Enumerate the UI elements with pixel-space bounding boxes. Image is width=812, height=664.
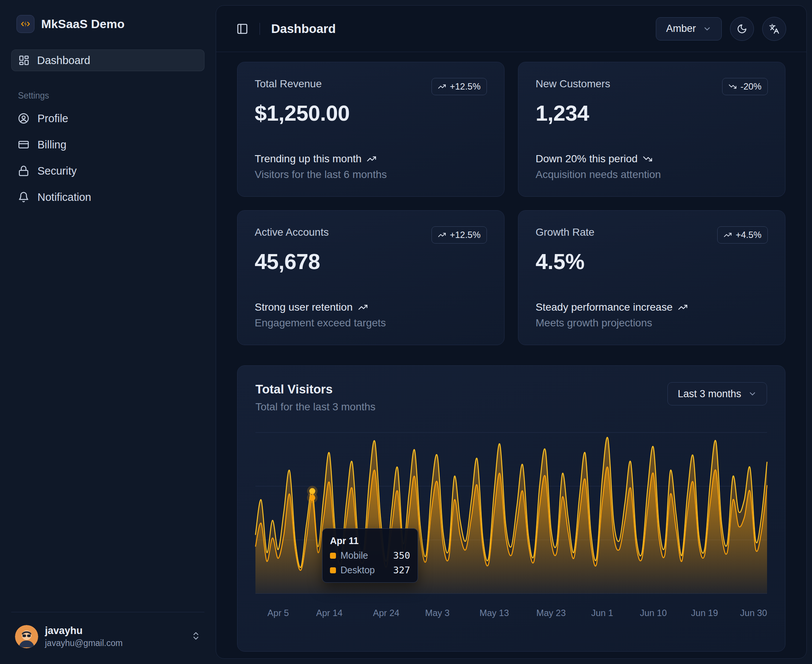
page-title: Dashboard bbox=[271, 22, 336, 36]
user-circle-icon bbox=[18, 113, 29, 124]
time-range-value: Last 3 months bbox=[677, 388, 741, 400]
chart-subtitle: Total for the last 3 months bbox=[255, 401, 376, 413]
language-button[interactable] bbox=[762, 17, 786, 41]
topbar-divider bbox=[260, 23, 260, 35]
stat-trend-line: Down 20% this period bbox=[536, 153, 768, 165]
moon-icon bbox=[737, 24, 747, 34]
sidebar: MkSaaS Demo Dashboard Settings Profile B… bbox=[0, 0, 216, 664]
brand-logo[interactable]: MkSaaS Demo bbox=[11, 11, 205, 37]
svg-text:Jun 19: Jun 19 bbox=[691, 608, 718, 618]
dashboard-grid-icon bbox=[18, 55, 29, 66]
avatar bbox=[15, 625, 38, 648]
stat-description: Acquisition needs attention bbox=[536, 169, 768, 181]
trend-badge: +12.5% bbox=[432, 78, 487, 95]
trending-up-icon bbox=[724, 231, 732, 239]
svg-text:Jun 10: Jun 10 bbox=[640, 608, 667, 618]
svg-text:Jun 30: Jun 30 bbox=[740, 608, 767, 618]
sidebar-toggle-button[interactable] bbox=[236, 23, 248, 35]
sidebar-item-label: Dashboard bbox=[37, 54, 90, 67]
stat-card-growth-rate: Growth Rate +4.5% 4.5% Steady performanc… bbox=[518, 210, 785, 345]
bell-icon bbox=[18, 192, 29, 203]
stat-value: 1,234 bbox=[536, 101, 768, 125]
stats-grid: Total Revenue +12.5% $1,250.00 Trending … bbox=[237, 62, 785, 345]
chevron-down-icon bbox=[748, 389, 757, 398]
stat-description: Engagement exceed targets bbox=[255, 317, 487, 329]
stat-card-total-revenue: Total Revenue +12.5% $1,250.00 Trending … bbox=[237, 62, 505, 197]
stat-title: Active Accounts bbox=[255, 226, 329, 238]
sidebar-item-label: Billing bbox=[37, 138, 66, 151]
topbar: Dashboard Amber bbox=[216, 6, 806, 52]
trending-up-icon bbox=[358, 303, 368, 312]
trend-badge: +12.5% bbox=[432, 226, 487, 244]
settings-section-label: Settings bbox=[11, 91, 205, 101]
trend-badge: -20% bbox=[722, 78, 768, 95]
stat-value: 45,678 bbox=[255, 249, 487, 274]
chart-title: Total Visitors bbox=[255, 382, 376, 397]
time-range-select[interactable]: Last 3 months bbox=[667, 382, 767, 405]
theme-select-value: Amber bbox=[666, 23, 696, 34]
svg-text:Apr 5: Apr 5 bbox=[268, 608, 289, 618]
trending-up-icon bbox=[438, 83, 446, 91]
stat-title: Total Revenue bbox=[255, 78, 322, 90]
brand-name: MkSaaS Demo bbox=[41, 17, 125, 31]
chart-canvas: Apr 5Apr 14Apr 24May 3May 13May 23Jun 1J… bbox=[255, 433, 767, 620]
svg-text:May 13: May 13 bbox=[479, 608, 509, 618]
dark-mode-button[interactable] bbox=[730, 17, 754, 41]
stat-title: Growth Rate bbox=[536, 226, 594, 238]
topbar-actions: Amber bbox=[656, 17, 786, 41]
code-zap-logo-icon bbox=[16, 15, 34, 33]
sidebar-nav: Dashboard bbox=[11, 49, 205, 71]
chevrons-up-down-icon bbox=[191, 631, 201, 642]
trending-up-icon bbox=[367, 154, 377, 164]
lock-icon bbox=[18, 165, 29, 176]
chevron-down-icon bbox=[703, 24, 711, 33]
user-menu-button[interactable]: javayhu javayhu@gmail.com bbox=[11, 622, 205, 651]
trending-down-icon bbox=[729, 83, 737, 91]
main-wrap: Dashboard Amber bbox=[216, 0, 812, 664]
svg-text:Jun 1: Jun 1 bbox=[591, 608, 614, 618]
credit-card-icon bbox=[18, 139, 29, 150]
theme-select[interactable]: Amber bbox=[656, 17, 722, 41]
stat-trend-line: Trending up this month bbox=[255, 153, 487, 165]
sidebar-item-label: Profile bbox=[37, 112, 68, 125]
sidebar-footer: javayhu javayhu@gmail.com bbox=[11, 612, 205, 651]
trending-down-icon bbox=[643, 154, 653, 164]
app-root: MkSaaS Demo Dashboard Settings Profile B… bbox=[0, 0, 812, 664]
total-visitors-card: Total Visitors Total for the last 3 mont… bbox=[237, 365, 785, 652]
stat-trend-line: Steady performance increase bbox=[536, 301, 768, 313]
sidebar-item-label: Security bbox=[37, 165, 77, 177]
trend-badge: +4.5% bbox=[717, 226, 768, 244]
sidebar-item-profile[interactable]: Profile bbox=[11, 105, 205, 132]
stat-title: New Customers bbox=[536, 78, 610, 90]
trending-up-icon bbox=[438, 231, 446, 239]
sidebar-item-security[interactable]: Security bbox=[11, 158, 205, 184]
stat-description: Visitors for the last 6 months bbox=[255, 169, 487, 181]
main-panel: Dashboard Amber bbox=[216, 5, 807, 659]
svg-text:Apr 14: Apr 14 bbox=[316, 608, 343, 618]
sidebar-item-billing[interactable]: Billing bbox=[11, 132, 205, 158]
svg-text:Apr 24: Apr 24 bbox=[373, 608, 400, 618]
sidebar-item-dashboard[interactable]: Dashboard bbox=[11, 49, 205, 71]
svg-text:May 3: May 3 bbox=[425, 608, 450, 618]
panel-left-icon bbox=[236, 23, 248, 35]
user-name: javayhu bbox=[45, 625, 122, 636]
stat-value: $1,250.00 bbox=[255, 101, 487, 125]
stat-value: 4.5% bbox=[536, 249, 768, 274]
svg-text:May 23: May 23 bbox=[536, 608, 566, 618]
dashboard-content: Total Revenue +12.5% $1,250.00 Trending … bbox=[216, 52, 806, 658]
user-email: javayhu@gmail.com bbox=[45, 638, 122, 648]
stat-description: Meets growth projections bbox=[536, 317, 768, 329]
sidebar-item-label: Notification bbox=[37, 191, 91, 203]
sidebar-item-notification[interactable]: Notification bbox=[11, 184, 205, 210]
stat-card-active-accounts: Active Accounts +12.5% 45,678 Strong use… bbox=[237, 210, 505, 345]
languages-icon bbox=[769, 24, 780, 34]
stat-trend-line: Strong user retention bbox=[255, 301, 487, 313]
trending-up-icon bbox=[678, 303, 688, 312]
visitors-area-chart[interactable]: Apr 5Apr 14Apr 24May 3May 13May 23Jun 1J… bbox=[255, 433, 767, 620]
stat-card-new-customers: New Customers -20% 1,234 Down 20% this p… bbox=[518, 62, 785, 197]
